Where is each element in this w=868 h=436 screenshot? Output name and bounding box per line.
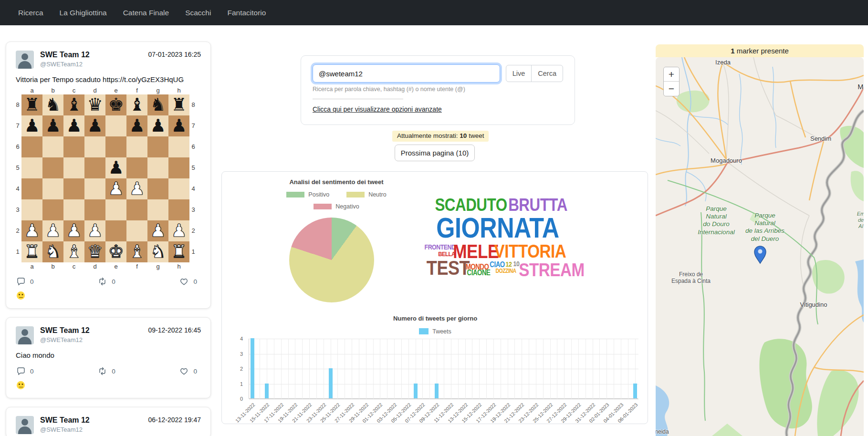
file-label: h (168, 86, 189, 94)
chess-square: ♟ (105, 157, 126, 178)
chess-square (63, 178, 84, 199)
file-label: d (84, 86, 105, 94)
wordcloud-word: DOZZINA (495, 268, 516, 274)
rank-label: 6 (189, 136, 197, 157)
navbar-item-ricerca[interactable]: Ricerca (18, 9, 43, 17)
navbar-item-scacchi[interactable]: Scacchi (185, 9, 211, 17)
chess-piece: ♟ (105, 157, 126, 178)
retweet-button[interactable]: 0 (98, 277, 115, 286)
zoom-in-button[interactable]: + (664, 67, 679, 82)
file-label: f (126, 86, 147, 94)
chess-square: ♟ (147, 115, 168, 136)
map[interactable]: + − IzedaMiSendimMogadouroParque Natural… (656, 57, 864, 436)
chessboard-rank-labels-right: 87654321 (189, 94, 197, 262)
file-label: d (84, 262, 105, 270)
advanced-options-link[interactable]: Clicca qui per visualizzare opzioni avan… (313, 105, 442, 113)
tweet-author: SWE Team 12 (40, 51, 148, 59)
chess-square (42, 178, 63, 199)
chess-piece: ♟ (168, 115, 189, 136)
legend-swatch (314, 204, 332, 209)
live-button[interactable]: Live (506, 65, 532, 82)
chess-square: ♟ (42, 115, 63, 136)
tweet-handle: @SWETeam12 (40, 61, 148, 68)
chess-square (84, 136, 105, 157)
chess-square: ♟ (168, 115, 189, 136)
chess-square (168, 136, 189, 157)
file-label: h (168, 262, 189, 270)
like-button[interactable]: 0 (179, 367, 197, 375)
zoom-out-button[interactable]: − (664, 82, 679, 96)
tweet-author: SWE Team 12 (40, 416, 148, 425)
chess-piece: ♟ (168, 220, 189, 241)
chess-square (126, 157, 147, 178)
heart-icon (179, 367, 188, 375)
chess-square (105, 220, 126, 241)
chess-piece: ♚ (105, 94, 126, 115)
navbar-item-fantacitorio[interactable]: Fantacitorio (227, 9, 266, 17)
chess-square (84, 178, 105, 199)
chess-square (147, 157, 168, 178)
tweet-timestamp: 07-01-2023 16:25 (148, 51, 201, 58)
chess-square: ♜ (21, 241, 42, 262)
chess-square: ♝ (126, 241, 147, 262)
retweet-count: 0 (112, 368, 115, 375)
chess-piece: ♟ (84, 220, 105, 241)
navbar-item-catena-finale[interactable]: Catena Finale (123, 9, 169, 17)
results-count-prefix: Attualmente mostrati: (397, 132, 458, 139)
like-button[interactable]: 0 (179, 277, 197, 286)
search-input[interactable] (313, 64, 500, 83)
wordcloud-word: TEST (427, 257, 470, 280)
chess-piece: ♟ (21, 220, 42, 241)
map-tiles (656, 57, 864, 436)
rank-label: 3 (189, 199, 197, 220)
file-label: e (105, 86, 126, 94)
chess-piece: ♞ (147, 94, 168, 115)
wordcloud-word: FRONTEND (425, 243, 456, 251)
rank-label: 1 (189, 241, 197, 262)
comment-icon (17, 367, 25, 375)
chess-square (42, 136, 63, 157)
next-page-button[interactable]: Prossima pagina (10) (395, 145, 475, 161)
y-axis-tick: 3 (224, 351, 243, 357)
chess-square (84, 199, 105, 220)
chess-piece: ♟ (63, 115, 84, 136)
tweet-timestamp: 09-12-2022 16:45 (148, 326, 201, 334)
chess-square: ♟ (168, 220, 189, 241)
chess-square: ♟ (63, 115, 84, 136)
chess-piece: ♜ (21, 94, 42, 115)
statistics-panel: Analisi del sentimento dei tweet Positiv… (221, 171, 648, 424)
chess-square (63, 136, 84, 157)
bar-15-11-2022 (265, 384, 269, 399)
reply-count: 0 (30, 278, 34, 285)
like-count: 0 (193, 278, 197, 285)
reply-button[interactable]: 0 (17, 277, 34, 286)
retweet-icon (98, 367, 107, 375)
bar-chart-title: Numero di tweets per giorno (222, 315, 648, 322)
sentiment-chart-title: Analisi del sentimento dei tweet (222, 178, 451, 186)
chess-square: ♞ (42, 241, 63, 262)
file-label: e (105, 262, 126, 270)
like-count: 0 (193, 368, 197, 375)
retweet-button[interactable]: 0 (98, 367, 115, 375)
chess-piece: ♛ (84, 241, 105, 262)
avatar (16, 416, 34, 434)
tweet-text: Vittoria per Tempo scaduto https://t.co/… (16, 75, 201, 83)
map-marker[interactable] (754, 246, 766, 263)
avatar (16, 51, 34, 69)
chess-square (168, 178, 189, 199)
chess-piece: ♜ (168, 241, 189, 262)
results-count-badge: Attualmente mostrati: 10 tweet (392, 131, 489, 142)
file-label: a (21, 86, 42, 94)
search-button[interactable]: Cerca (531, 65, 563, 82)
wordcloud-word: GIORNATA (436, 211, 559, 244)
bar-09-12-2022 (435, 384, 439, 399)
navbar-item-la-ghigliottina[interactable]: La Ghigliottina (60, 9, 107, 17)
chess-piece: ♟ (126, 178, 147, 199)
results-count-suffix: tweet (469, 132, 484, 139)
legend-swatch (346, 192, 365, 197)
file-label: a (21, 262, 42, 270)
chess-square: ♟ (21, 220, 42, 241)
file-label: f (126, 262, 147, 270)
reply-button[interactable]: 0 (17, 367, 34, 375)
bar-chart-legend: Tweets (222, 328, 648, 336)
